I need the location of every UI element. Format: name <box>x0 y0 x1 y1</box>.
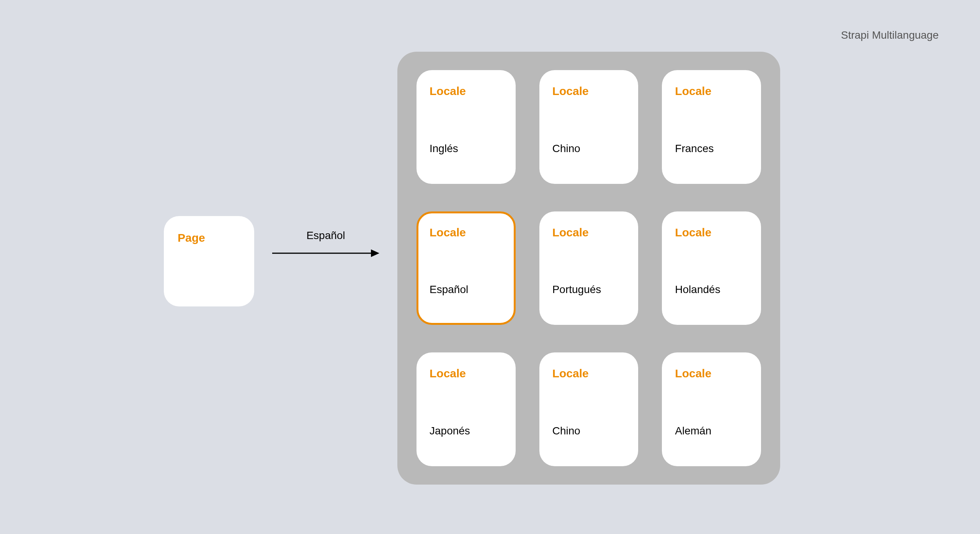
page-title: Page <box>178 231 240 244</box>
locale-value: Japonés <box>430 425 503 437</box>
locale-title: Locale <box>552 367 626 380</box>
locale-title: Locale <box>675 85 748 98</box>
arrow-container: Español <box>270 221 381 267</box>
locale-value: Holandés <box>675 283 748 296</box>
svg-marker-1 <box>371 249 379 257</box>
locale-card-ingles: Locale Inglés <box>416 70 516 184</box>
locale-card-japones: Locale Japonés <box>416 352 516 466</box>
locale-card-espanol: Locale Español <box>416 211 516 325</box>
locale-value: Chino <box>552 425 626 437</box>
locale-title: Locale <box>552 226 626 239</box>
locale-grid: Locale Inglés Locale Chino Locale France… <box>397 52 780 485</box>
locale-value: Portugués <box>552 283 626 296</box>
header-label: Strapi Multilanguage <box>841 29 939 41</box>
locale-title: Locale <box>430 367 503 380</box>
locale-title: Locale <box>552 85 626 98</box>
locale-card-aleman: Locale Alemán <box>662 352 761 466</box>
locale-title: Locale <box>675 367 748 380</box>
locale-value: Frances <box>675 143 748 155</box>
locale-card-chino-2: Locale Chino <box>539 352 639 466</box>
locale-card-chino: Locale Chino <box>539 70 639 184</box>
locale-value: Español <box>430 283 503 296</box>
arrow-label: Español <box>306 229 345 242</box>
page-card: Page <box>164 216 254 306</box>
locale-value: Alemán <box>675 425 748 437</box>
locale-title: Locale <box>430 85 503 98</box>
locale-title: Locale <box>675 226 748 239</box>
locale-value: Inglés <box>430 143 503 155</box>
locale-card-portugues: Locale Portugués <box>539 211 639 325</box>
locale-title: Locale <box>430 226 503 239</box>
locale-card-frances: Locale Frances <box>662 70 761 184</box>
arrow-icon <box>272 249 379 258</box>
locale-card-holandes: Locale Holandés <box>662 211 761 325</box>
locale-value: Chino <box>552 143 626 155</box>
